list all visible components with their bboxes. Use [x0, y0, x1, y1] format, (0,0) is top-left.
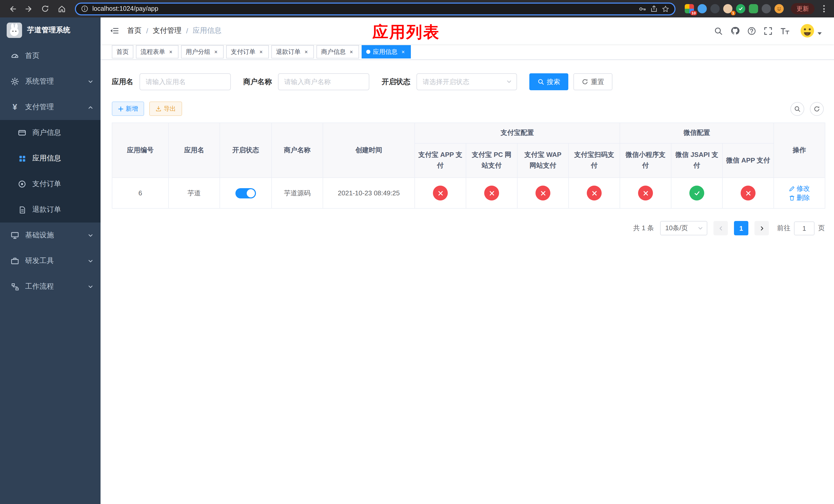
col-header-alipay-pc: 支付宝 PC 网站支付	[466, 143, 517, 178]
tab-payment-orders[interactable]: 支付订单 ×	[226, 45, 269, 59]
sidebar-item-merchant-info[interactable]: 商户信息	[0, 120, 101, 145]
download-icon	[155, 106, 161, 112]
extension-avatar-icon[interactable]: 1	[723, 4, 732, 13]
fullscreen-icon[interactable]	[764, 26, 772, 35]
prev-page-button[interactable]	[714, 221, 728, 235]
browser-menu-icon[interactable]	[819, 2, 829, 16]
extension-dark-icon[interactable]	[710, 4, 720, 13]
pagination-total: 共 1 条	[633, 224, 654, 233]
tab-label: 支付订单	[231, 47, 256, 56]
status-select[interactable]: 请选择开启状态	[416, 73, 517, 90]
home-icon[interactable]	[54, 2, 69, 16]
breadcrumb: 首页 / 支付管理 / 应用信息	[127, 26, 222, 36]
merchant-name-input[interactable]	[278, 73, 369, 90]
gear-icon	[10, 77, 20, 86]
sidebar-item-app-info[interactable]: 应用信息	[0, 145, 101, 171]
toolbox-icon	[10, 257, 20, 265]
extension-green-check-icon[interactable]	[736, 4, 745, 13]
app-logo[interactable]: 芋道管理系统	[0, 18, 101, 43]
status-toggle[interactable]	[236, 188, 256, 198]
col-header-alipay-app: 支付宝 APP 支付	[415, 143, 466, 178]
col-header-name: 应用名	[169, 123, 220, 178]
dashboard-icon	[10, 52, 20, 60]
status-indicator	[484, 186, 499, 201]
status-select-placeholder: 请选择开启状态	[423, 77, 469, 86]
sidebar-item-label: 商户信息	[32, 128, 61, 137]
password-key-icon[interactable]	[639, 5, 646, 13]
sidebar-item-system[interactable]: 系统管理	[0, 69, 101, 94]
close-icon[interactable]: ×	[348, 49, 354, 55]
browser-update-button[interactable]: 更新	[791, 3, 814, 14]
sidebar-item-dev-tools[interactable]: 研发工具	[0, 248, 101, 274]
share-icon[interactable]	[650, 5, 658, 12]
breadcrumb-home[interactable]: 首页	[127, 26, 141, 36]
tab-label: 应用信息	[373, 47, 397, 56]
cell-created: 2021-10-23 08:49:25	[323, 178, 415, 208]
refresh-table-button[interactable]	[810, 102, 824, 116]
table-toolbar: 新增 导出	[112, 101, 824, 116]
col-header-created: 创建时间	[323, 123, 415, 178]
cell-wechat-jsapi	[671, 178, 722, 208]
forward-icon[interactable]	[22, 2, 36, 16]
bookmark-star-icon[interactable]	[662, 5, 670, 13]
search-icon	[794, 105, 801, 112]
user-menu[interactable]	[799, 23, 822, 39]
extension-blue-icon[interactable]	[698, 4, 707, 13]
close-icon[interactable]: ×	[303, 49, 309, 55]
goto-page-input[interactable]	[794, 221, 814, 235]
reset-button[interactable]: 重置	[573, 73, 612, 90]
table-row: 6 芋道 芋道源码 2021-10-23 08:49:25	[112, 178, 825, 208]
add-button[interactable]: 新增	[112, 101, 144, 116]
tab-merchant-info[interactable]: 商户信息 ×	[316, 45, 359, 59]
tab-home[interactable]: 首页	[112, 45, 133, 59]
close-icon[interactable]: ×	[168, 49, 174, 55]
page-number-button[interactable]: 1	[734, 221, 748, 235]
help-icon[interactable]	[747, 26, 756, 35]
reload-icon[interactable]	[38, 2, 52, 16]
extension-emoji-icon[interactable]	[774, 4, 784, 13]
site-info-icon[interactable]	[81, 5, 88, 12]
sidebar-item-refund-orders[interactable]: 退款订单	[0, 197, 101, 223]
page-size-select[interactable]: 10条/页	[660, 221, 707, 235]
sidebar-item-workflow[interactable]: 工作流程	[0, 274, 101, 299]
sidebar-collapse-icon[interactable]	[110, 26, 119, 36]
extension-badge: 10	[690, 11, 697, 15]
search-icon[interactable]	[714, 26, 723, 35]
close-icon[interactable]: ×	[213, 49, 219, 55]
toggle-search-button[interactable]	[790, 102, 804, 116]
extension-grid-icon[interactable]: 10	[685, 4, 694, 13]
github-icon[interactable]	[730, 26, 740, 36]
tab-label: 首页	[116, 47, 129, 56]
tab-label: 流程表单	[140, 47, 165, 56]
delete-button[interactable]: 删除	[789, 193, 810, 202]
export-button-label: 导出	[163, 104, 176, 113]
col-header-actions: 操作	[774, 123, 825, 178]
tab-process-form[interactable]: 流程表单 ×	[136, 45, 178, 59]
extension-pin-icon[interactable]	[762, 4, 771, 13]
sidebar-item-home[interactable]: 首页	[0, 43, 101, 69]
sidebar-item-payment-orders[interactable]: 支付订单	[0, 171, 101, 197]
back-icon[interactable]	[5, 2, 20, 16]
x-icon	[591, 190, 597, 196]
extension-green-chat-icon[interactable]	[749, 4, 758, 13]
tab-refund-orders[interactable]: 退款订单 ×	[271, 45, 314, 59]
app-name-input[interactable]	[139, 73, 231, 90]
chevron-down-icon	[506, 79, 512, 85]
sidebar-item-payment[interactable]: ¥ 支付管理	[0, 94, 101, 120]
edit-button-label: 修改	[796, 184, 810, 193]
close-icon[interactable]: ×	[258, 49, 264, 55]
tab-app-info[interactable]: 应用信息 ×	[361, 45, 411, 59]
credit-card-icon	[18, 129, 27, 137]
address-bar[interactable]: localhost:1024/pay/app	[75, 2, 676, 15]
breadcrumb-payment[interactable]: 支付管理	[153, 26, 181, 36]
search-button[interactable]: 搜索	[529, 73, 568, 90]
chevron-down-icon	[698, 225, 703, 231]
close-icon[interactable]: ×	[400, 49, 406, 55]
export-button[interactable]: 导出	[149, 101, 182, 116]
font-size-icon[interactable]	[780, 26, 790, 35]
tab-user-group[interactable]: 用户分组 ×	[181, 45, 224, 59]
next-page-button[interactable]	[754, 221, 769, 235]
sidebar-item-infrastructure[interactable]: 基础设施	[0, 223, 101, 248]
status-indicator	[587, 186, 602, 201]
edit-button[interactable]: 修改	[789, 184, 810, 193]
